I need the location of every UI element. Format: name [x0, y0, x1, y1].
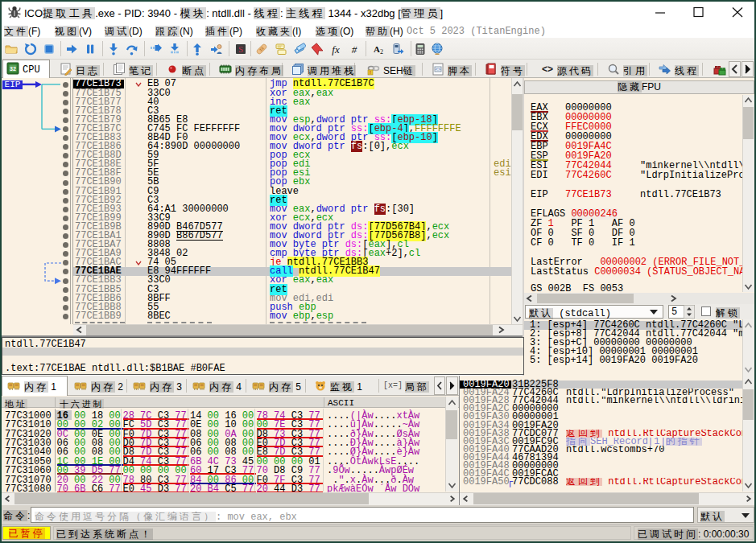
svg-text:<>: <> [435, 67, 441, 72]
svg-text:fx: fx [332, 43, 340, 56]
svg-text:32: 32 [10, 66, 16, 72]
svg-text:!: ! [370, 70, 371, 75]
svg-text:#: # [352, 43, 357, 56]
svg-text:2: 2 [380, 48, 383, 56]
svg-text:S: S [238, 44, 243, 54]
svg-text:A: A [374, 44, 380, 54]
svg-text:<>: <> [542, 64, 553, 75]
